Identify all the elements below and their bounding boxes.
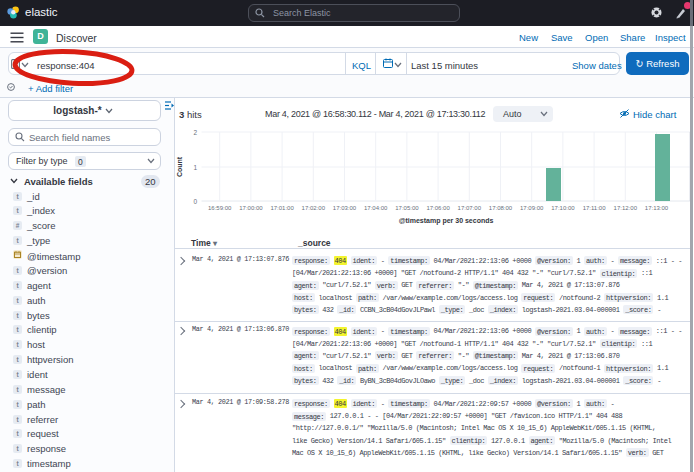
svg-text:17:11:00: 17:11:00 [583,205,607,211]
svg-text:17:09:00: 17:09:00 [520,205,544,211]
svg-text:17:10:00: 17:10:00 [551,205,575,211]
svg-text:17:12:00: 17:12:00 [614,205,638,211]
svg-text:1: 1 [193,164,197,171]
svg-text:17:13:00: 17:13:00 [645,205,669,211]
svg-text:17:04:00: 17:04:00 [364,205,388,211]
svg-text:17:06:00: 17:06:00 [426,205,450,211]
svg-text:@timestamp per 30 seconds: @timestamp per 30 seconds [399,217,494,225]
svg-text:17:03:00: 17:03:00 [333,205,357,211]
svg-text:16:59:00: 16:59:00 [208,205,232,211]
svg-text:17:02:00: 17:02:00 [302,205,326,211]
svg-text:17:00:00: 17:00:00 [239,205,263,211]
svg-text:2: 2 [193,129,197,136]
svg-text:17:07:00: 17:07:00 [458,205,482,211]
svg-text:0: 0 [193,198,197,205]
svg-text:17:01:00: 17:01:00 [270,205,294,211]
svg-text:Count: Count [176,156,183,177]
svg-text:17:05:00: 17:05:00 [395,205,419,211]
svg-text:17:08:00: 17:08:00 [489,205,513,211]
